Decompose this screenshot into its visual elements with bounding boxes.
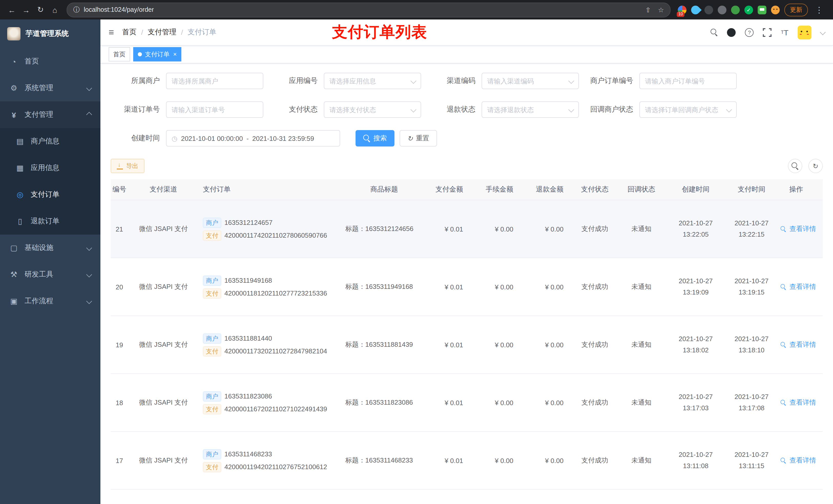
tag-home[interactable]: 首页 (109, 47, 130, 62)
site-info-icon[interactable] (73, 5, 80, 14)
extension-icon-colorful[interactable]: 10 (678, 5, 687, 14)
merchant-order-no-input[interactable] (639, 73, 737, 89)
cell-pay-order: 商户 1635311881440 支付 42000011732021102728… (199, 331, 341, 359)
view-detail-link[interactable]: 查看详情 (780, 398, 816, 407)
view-detail-link[interactable]: 查看详情 (780, 224, 816, 233)
breadcrumb-home[interactable]: 首页 (122, 28, 137, 37)
pay-status-select[interactable] (324, 101, 421, 118)
sidebar-item-infra[interactable]: 基础设施 (0, 235, 100, 261)
sidebar-item-workflow[interactable]: 工作流程 (0, 288, 100, 314)
refresh-table-button[interactable] (808, 159, 823, 173)
cell-refund: ¥ 0.00 (521, 283, 571, 291)
breadcrumb-pay[interactable]: 支付管理 (148, 28, 176, 37)
sidebar-item-devtools[interactable]: 研发工具 (0, 261, 100, 288)
search-icon[interactable] (711, 29, 718, 36)
cell-channel: 微信 JSAPI 支付 (128, 398, 199, 407)
breadcrumb-current: 支付订单 (188, 28, 216, 37)
cell-status: 支付成功 (571, 398, 619, 407)
column-header: 商品标题 (341, 179, 427, 200)
cell-notify: 未通知 (619, 282, 664, 291)
active-dot (138, 52, 142, 56)
sidebar-item-payment[interactable]: 支付管理 (0, 101, 100, 128)
filter-row-3: 创建时间 2021-10-01 00:00:00 - 2021-10-31 23… (111, 130, 823, 146)
browser-toolbar: localhost:1024/pay/order 10 更新 (0, 0, 833, 20)
cell-pay-order: 商户 1635311823086 支付 42000011672021102710… (199, 388, 341, 417)
column-header: 支付渠道 (128, 179, 199, 200)
browser-home-button[interactable] (48, 3, 62, 16)
close-icon[interactable]: × (173, 51, 177, 57)
filter-label: 退款状态 (426, 105, 481, 114)
extension-icon-chat[interactable] (758, 5, 766, 14)
chevron-up-icon (86, 112, 92, 118)
create-time-range-input[interactable]: 2021-10-01 00:00:00 - 2021-10-31 23:59:5… (166, 130, 340, 146)
merchant-badge: 商户 (203, 217, 221, 228)
sidebar-item-app-info[interactable]: 应用信息 (0, 155, 100, 181)
search-button[interactable]: 搜索 (356, 130, 395, 146)
extension-icon-drop[interactable] (689, 4, 701, 16)
view-detail-link[interactable]: 查看详情 (780, 456, 816, 465)
app-logo[interactable]: 芋道管理系统 (0, 20, 100, 48)
user-avatar[interactable] (798, 25, 811, 39)
channel-code-select[interactable] (481, 73, 579, 89)
date-end[interactable]: 2021-10-31 23:59:59 (252, 135, 314, 142)
sidebar-item-pay-order[interactable]: 支付订单 (0, 181, 100, 208)
sidebar-item-merchant-info[interactable]: 商户信息 (0, 128, 100, 155)
tags-view-bar: 首页 支付订单 × (100, 46, 833, 64)
help-icon[interactable] (745, 28, 754, 37)
cell-amount: ¥ 0.01 (427, 283, 470, 291)
clock-icon (172, 135, 177, 142)
chevron-down-icon[interactable] (820, 29, 826, 35)
extension-badge: 10 (677, 11, 685, 17)
cell-fee: ¥ 0.00 (470, 399, 521, 406)
sidebar-item-home[interactable]: 首页 (0, 48, 100, 75)
notify-status-select[interactable] (639, 101, 737, 118)
browser-update-button[interactable]: 更新 (784, 3, 808, 16)
tag-pay-order[interactable]: 支付订单 × (133, 47, 181, 62)
view-detail-link[interactable]: 查看详情 (780, 340, 816, 349)
bookmark-star-icon[interactable] (658, 6, 664, 14)
merchant-badge: 商户 (203, 449, 221, 459)
search-icon (781, 400, 786, 405)
pay-order-no: 4200001181202110277723215336 (224, 289, 327, 297)
app-no-select[interactable] (324, 73, 421, 89)
pay-badge: 支付 (203, 404, 221, 414)
credit-card-icon (15, 137, 25, 146)
reset-button[interactable]: 重置 (400, 130, 437, 146)
browser-forward-button[interactable] (20, 3, 33, 16)
extension-icon-green[interactable] (731, 5, 740, 14)
github-icon[interactable] (727, 28, 736, 37)
browser-reload-button[interactable] (34, 3, 47, 16)
fullscreen-icon[interactable] (763, 28, 772, 37)
hamburger-icon[interactable] (109, 27, 114, 38)
filter-label: 应用编号 (268, 76, 324, 86)
orders-table: 编号支付渠道支付订单商品标题支付金额手续金额退款金额支付状态回调状态创建时间支付… (111, 179, 823, 504)
font-size-icon[interactable] (781, 28, 788, 37)
sidebar-item-system[interactable]: 系统管理 (0, 75, 100, 101)
extension-icon-dark[interactable] (705, 5, 713, 14)
merchant-select[interactable] (166, 73, 263, 89)
url-text[interactable]: localhost:1024/pay/order (84, 6, 154, 13)
filter-label: 创建时间 (111, 134, 166, 143)
column-header: 支付状态 (571, 179, 619, 200)
cell-channel: 微信 JSAPI 支付 (128, 282, 199, 291)
browser-menu-icon[interactable] (812, 3, 826, 16)
address-bar[interactable]: localhost:1024/pay/order (67, 2, 671, 17)
cell-create-time: 2021-10-27 13:18:02 (664, 333, 728, 356)
channel-order-no-input[interactable] (166, 101, 263, 118)
toggle-search-button[interactable] (788, 159, 802, 173)
cell-amount: ¥ 0.01 (427, 399, 470, 406)
cell-status: 支付成功 (571, 456, 619, 465)
cell-refund: ¥ 0.00 (521, 399, 571, 406)
extension-icon-gray[interactable] (718, 5, 727, 14)
date-start[interactable]: 2021-10-01 00:00:00 (181, 135, 243, 142)
export-button[interactable]: 导出 (111, 159, 144, 173)
search-icon (781, 284, 786, 289)
extension-icon-check[interactable] (744, 5, 753, 14)
share-icon[interactable] (645, 6, 651, 14)
cell-refund: ¥ 0.00 (521, 457, 571, 464)
browser-profile-avatar[interactable] (771, 5, 780, 14)
refund-status-select[interactable] (481, 101, 579, 118)
browser-back-button[interactable] (5, 3, 19, 16)
sidebar-item-refund-order[interactable]: 退款订单 (0, 208, 100, 235)
view-detail-link[interactable]: 查看详情 (780, 282, 816, 291)
